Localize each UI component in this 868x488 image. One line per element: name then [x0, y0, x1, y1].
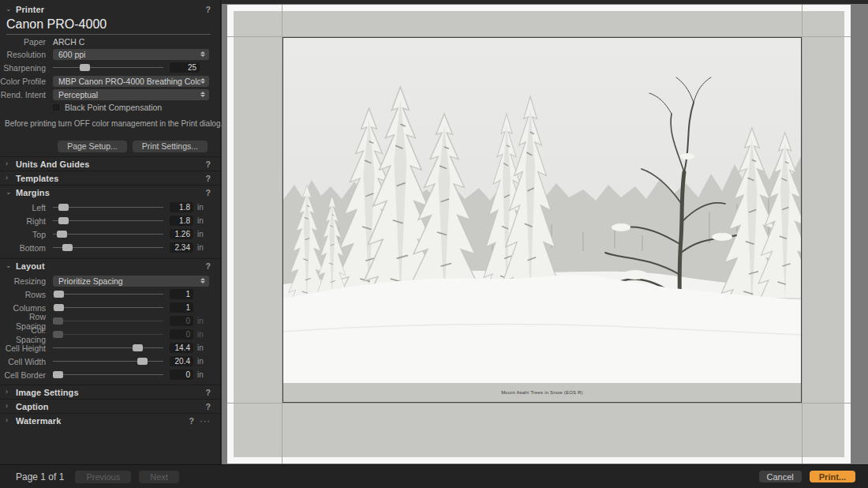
help-icon[interactable]: ?: [206, 160, 211, 169]
bottom-toolbar: Page 1 of 1 Previous Next Cancel Print..…: [0, 464, 868, 488]
help-icon[interactable]: ?: [206, 188, 211, 197]
help-icon[interactable]: ?: [206, 261, 211, 271]
section-header-caption[interactable]: › Caption ?: [0, 399, 220, 413]
margin-top-value[interactable]: 1.26: [170, 229, 193, 239]
previous-page-button[interactable]: Previous: [75, 471, 131, 483]
rows-label: Rows: [0, 290, 46, 299]
col-spacing-slider: [53, 328, 163, 341]
slider-handle[interactable]: [58, 204, 69, 211]
resizing-label: Resizing: [0, 276, 46, 286]
stepper-icon: [200, 90, 206, 99]
chevron-right-icon: ›: [6, 175, 16, 182]
chevron-right-icon: ›: [6, 160, 16, 167]
help-icon[interactable]: ?: [206, 402, 211, 411]
chevron-right-icon: ›: [6, 389, 16, 396]
col-spacing-value: 0: [170, 329, 193, 340]
paper-label: Paper: [0, 37, 46, 47]
slider-handle: [53, 317, 63, 325]
resizing-select[interactable]: Prioritize Spacing: [53, 276, 209, 287]
print-cell: Mount Asahi Trees in Snow (EOS R): [282, 37, 802, 403]
print-button[interactable]: Print...: [810, 471, 855, 482]
black-point-checkbox[interactable]: [53, 104, 59, 111]
slider-handle[interactable]: [57, 231, 67, 238]
row-spacing-value: 0: [170, 316, 193, 326]
margin-left-label: Left: [0, 203, 46, 212]
margin-left-slider[interactable]: [53, 201, 163, 214]
col-spacing-label: Col. Spacing: [0, 325, 46, 344]
rows-slider[interactable]: [53, 287, 163, 301]
cell-border-value[interactable]: 0: [170, 370, 193, 380]
chevron-down-icon: ⌄: [6, 262, 16, 269]
margin-right-slider[interactable]: [53, 214, 163, 227]
help-icon[interactable]: ?: [206, 388, 211, 397]
margin-bottom-slider[interactable]: [53, 241, 163, 254]
columns-value[interactable]: 1: [170, 302, 193, 313]
sharpening-slider[interactable]: [53, 61, 163, 74]
rows-value[interactable]: 1: [170, 289, 193, 299]
sharpening-label: Sharpening: [0, 63, 46, 73]
page-indicator: Page 1 of 1: [16, 471, 64, 482]
cell-border-label: Cell Border: [0, 370, 46, 380]
resolution-select[interactable]: 600 ppi: [53, 49, 209, 60]
slider-handle[interactable]: [133, 344, 143, 351]
section-header-image-settings[interactable]: › Image Settings ?: [0, 385, 220, 399]
color-profile-select[interactable]: MBP Canon PRO-4000 Breathing Color Signa…: [53, 76, 209, 87]
rend-intent-label: Rend. Intent: [0, 90, 46, 99]
cell-width-slider[interactable]: [53, 355, 163, 368]
section-header-layout[interactable]: ⌄ Layout ?: [0, 258, 220, 272]
help-icon[interactable]: ?: [206, 5, 211, 14]
margin-bottom-label: Bottom: [0, 243, 46, 253]
margin-guide-right: [802, 5, 803, 464]
cancel-button[interactable]: Cancel: [759, 471, 802, 482]
chevron-right-icon: ›: [6, 403, 16, 410]
slider-handle[interactable]: [54, 304, 64, 311]
slider-handle[interactable]: [54, 291, 64, 298]
cell-width-label: Cell Width: [0, 357, 46, 366]
section-header-watermark[interactable]: › Watermark ? ···: [0, 413, 220, 427]
stepper-icon: [200, 276, 206, 285]
slider-handle: [53, 331, 63, 338]
page-setup-button[interactable]: Page Setup...: [58, 141, 127, 152]
columns-slider[interactable]: [53, 301, 163, 314]
preview-top-strip: [222, 0, 868, 4]
margin-left-value[interactable]: 1.8: [170, 202, 193, 212]
section-header-printer[interactable]: ⌄ Printer ?: [0, 2, 220, 16]
cell-height-slider[interactable]: [53, 341, 163, 355]
paper-sheet: Mount Asahi Trees in Snow (EOS R): [227, 5, 851, 464]
slider-handle[interactable]: [58, 217, 69, 224]
section-header-margins[interactable]: ⌄ Margins ?: [0, 185, 220, 199]
print-preview-photo: [283, 38, 801, 383]
slider-handle[interactable]: [80, 64, 90, 71]
section-header-units-and-guides[interactable]: › Units And Guides ?: [0, 156, 220, 171]
slider-handle[interactable]: [62, 244, 73, 251]
cell-height-label: Cell Height: [0, 343, 46, 353]
cell-border-slider[interactable]: [53, 368, 163, 381]
color-profile-label: Color Profile: [0, 77, 46, 86]
section-header-templates[interactable]: › Templates ?: [0, 171, 220, 185]
cell-height-value[interactable]: 14.4: [170, 343, 193, 353]
more-options-icon[interactable]: ···: [200, 416, 211, 426]
margin-right-value[interactable]: 1.8: [170, 216, 193, 226]
print-settings-button[interactable]: Print Settings...: [133, 141, 208, 152]
photo-caption: Mount Asahi Trees in Snow (EOS R): [501, 390, 583, 395]
sharpening-value[interactable]: 25: [170, 62, 200, 73]
resolution-label: Resolution: [0, 50, 46, 59]
margin-top-label: Top: [0, 230, 46, 239]
next-page-button[interactable]: Next: [139, 471, 179, 483]
print-preview-area: Mount Asahi Trees in Snow (EOS R): [222, 0, 868, 464]
margin-top-slider[interactable]: [53, 227, 163, 241]
slider-handle[interactable]: [53, 371, 63, 378]
margin-guide-bottom: [227, 403, 851, 404]
printer-name[interactable]: Canon PRO-4000: [6, 16, 211, 35]
slider-handle[interactable]: [137, 358, 148, 365]
margin-bottom-value[interactable]: 2.34: [170, 242, 193, 253]
chevron-down-icon: ⌄: [6, 6, 16, 13]
row-spacing-slider: [53, 314, 163, 328]
cell-width-value[interactable]: 20.4: [170, 356, 193, 366]
help-icon[interactable]: ?: [189, 416, 194, 426]
paper-value: ARCH C: [53, 37, 84, 47]
help-icon[interactable]: ?: [206, 174, 211, 183]
chevron-down-icon: ⌄: [6, 189, 16, 196]
rendering-intent-select[interactable]: Perceptual: [53, 89, 209, 100]
print-settings-sidebar: ⌄ Printer ? Canon PRO-4000 Paper ARCH C …: [0, 0, 221, 464]
